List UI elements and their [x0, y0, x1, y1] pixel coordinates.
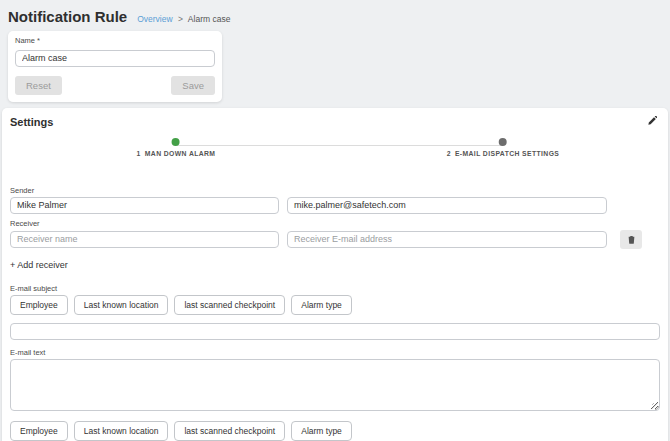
receiver-row	[10, 230, 660, 249]
subject-tag-last-scanned-checkpoint[interactable]: last scanned checkpoint	[174, 295, 285, 315]
step-email-dispatch-settings[interactable]: 2E-MAIL DISPATCH SETTINGS	[447, 138, 560, 157]
sender-name-input[interactable]	[10, 197, 279, 214]
subject-tag-alarm-type[interactable]: Alarm type	[291, 295, 352, 315]
email-text-label: E-mail text	[10, 348, 660, 357]
step-1-dot	[172, 138, 180, 146]
text-tag-employee[interactable]: Employee	[10, 421, 68, 441]
receiver-label: Receiver	[10, 219, 660, 228]
step-man-down-alarm[interactable]: 1MAN DOWN ALARM	[137, 138, 216, 157]
receiver-name-input[interactable]	[10, 231, 279, 248]
email-text-textarea[interactable]	[10, 359, 660, 411]
breadcrumb: Overview > Alarm case	[137, 14, 230, 24]
receiver-email-input[interactable]	[287, 231, 607, 248]
page-title: Notification Rule	[8, 8, 127, 25]
name-input[interactable]	[15, 50, 215, 67]
add-receiver-link[interactable]: + Add receiver	[10, 260, 68, 270]
subject-tag-employee[interactable]: Employee	[10, 295, 68, 315]
step-1-label: MAN DOWN ALARM	[145, 150, 216, 157]
settings-card: Settings 1MAN DOWN ALARM 2E-MAIL DISPATC…	[2, 108, 668, 441]
subject-tag-last-known-location[interactable]: Last known location	[74, 295, 169, 315]
pencil-icon	[647, 114, 657, 129]
text-tag-row: Employee Last known location last scanne…	[10, 421, 660, 441]
name-save-button[interactable]: Save	[171, 76, 215, 95]
step-2-label: E-MAIL DISPATCH SETTINGS	[455, 150, 559, 157]
text-tag-alarm-type[interactable]: Alarm type	[291, 421, 352, 441]
breadcrumb-overview-link[interactable]: Overview	[137, 14, 172, 24]
breadcrumb-separator: >	[178, 14, 183, 24]
step-2-number: 2	[447, 150, 451, 157]
text-tag-last-known-location[interactable]: Last known location	[74, 421, 169, 441]
reset-button[interactable]: Reset	[15, 76, 62, 95]
page-header: Notification Rule Overview > Alarm case	[0, 0, 670, 27]
sender-label: Sender	[10, 186, 660, 195]
name-label: Name *	[15, 36, 215, 45]
trash-icon	[628, 232, 635, 247]
email-subject-input[interactable]	[10, 323, 660, 340]
edit-settings-button[interactable]	[644, 114, 660, 130]
breadcrumb-current: Alarm case	[188, 14, 231, 24]
sender-row	[10, 197, 660, 214]
step-2-dot	[499, 138, 507, 146]
sender-email-input[interactable]	[287, 197, 607, 214]
email-subject-label: E-mail subject	[10, 284, 660, 293]
wizard-stepper: 1MAN DOWN ALARM 2E-MAIL DISPATCH SETTING…	[8, 138, 662, 172]
settings-title: Settings	[8, 114, 662, 128]
text-tag-last-scanned-checkpoint[interactable]: last scanned checkpoint	[174, 421, 285, 441]
remove-receiver-button[interactable]	[620, 230, 642, 249]
step-1-number: 1	[137, 150, 141, 157]
name-card: Name * Reset Save	[8, 31, 222, 102]
subject-tag-row: Employee Last known location last scanne…	[10, 295, 660, 315]
